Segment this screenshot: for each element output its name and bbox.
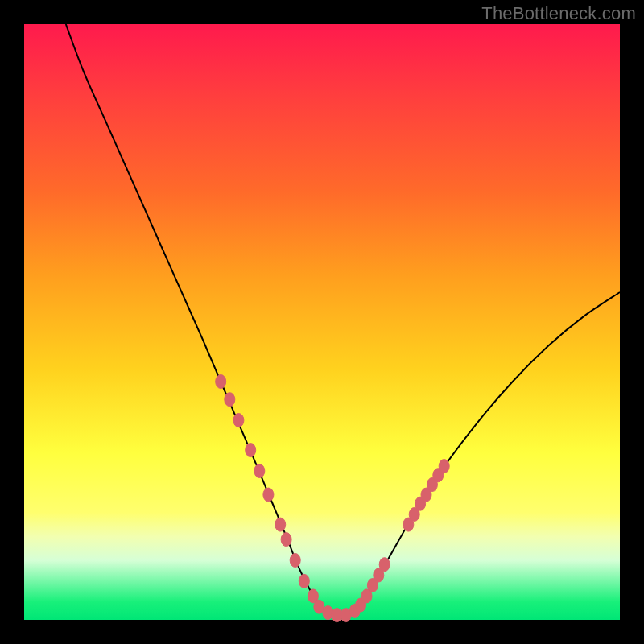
chart-frame: TheBottleneck.com [0,0,644,644]
bead-left [225,393,235,407]
bead-left [254,464,265,478]
watermark-text: TheBottleneck.com [481,3,636,24]
bead-group [216,375,450,622]
bottleneck-curve [66,24,620,618]
bead-left [216,375,226,389]
bead-right [379,558,390,572]
bead-left [263,488,274,502]
bead-left [281,533,291,547]
bead-left [299,574,309,588]
plot-area [24,24,620,620]
bead-left [246,444,256,457]
bead-left [233,414,244,427]
chart-svg [24,24,620,620]
bead-left [275,518,286,531]
bead-left [290,554,300,568]
bead-right [439,460,449,473]
